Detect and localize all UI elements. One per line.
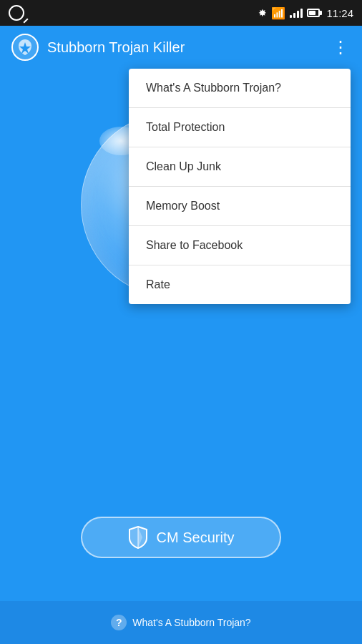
question-icon: ?: [111, 615, 127, 630]
cm-security-label: CM Security: [157, 530, 235, 546]
menu-item-total-protection[interactable]: Total Protection: [129, 108, 351, 147]
app-bar: Stubborn Trojan Killer ⋮: [0, 26, 362, 69]
menu-item-memory-boost[interactable]: Memory Boost: [129, 187, 351, 226]
app-title: Stubborn Trojan Killer: [47, 39, 185, 56]
status-bar-left: [9, 5, 24, 21]
wifi-icon: 📶: [271, 6, 285, 20]
menu-item-share-facebook[interactable]: Share to Facebook: [129, 226, 351, 265]
shield-icon: [128, 526, 148, 549]
cm-security-button[interactable]: CM Security: [81, 517, 281, 558]
search-icon: [9, 5, 24, 21]
status-bar: ✸ 📶 11:24: [0, 0, 362, 26]
bottom-bar-text[interactable]: What's A Stubborn Trojan?: [132, 617, 250, 628]
app-bar-left: Stubborn Trojan Killer: [11, 34, 185, 61]
menu-item-rate[interactable]: Rate: [129, 265, 351, 304]
battery-icon: [307, 9, 322, 17]
more-options-button[interactable]: ⋮: [332, 37, 351, 57]
dropdown-menu: What's A Stubborn Trojan? Total Protecti…: [129, 69, 351, 304]
signal-icon: [290, 8, 303, 18]
menu-item-whats-stubborn[interactable]: What's A Stubborn Trojan?: [129, 69, 351, 108]
bottom-bar: ? What's A Stubborn Trojan?: [0, 601, 362, 644]
app-logo: [11, 34, 39, 61]
bluetooth-icon: ✸: [258, 7, 267, 19]
menu-item-clean-up-junk[interactable]: Clean Up Junk: [129, 147, 351, 187]
time-display: 11:24: [326, 7, 353, 19]
main-content: What's A Stubborn Trojan? Total Protecti…: [0, 69, 362, 644]
status-bar-right: ✸ 📶 11:24: [258, 6, 353, 20]
